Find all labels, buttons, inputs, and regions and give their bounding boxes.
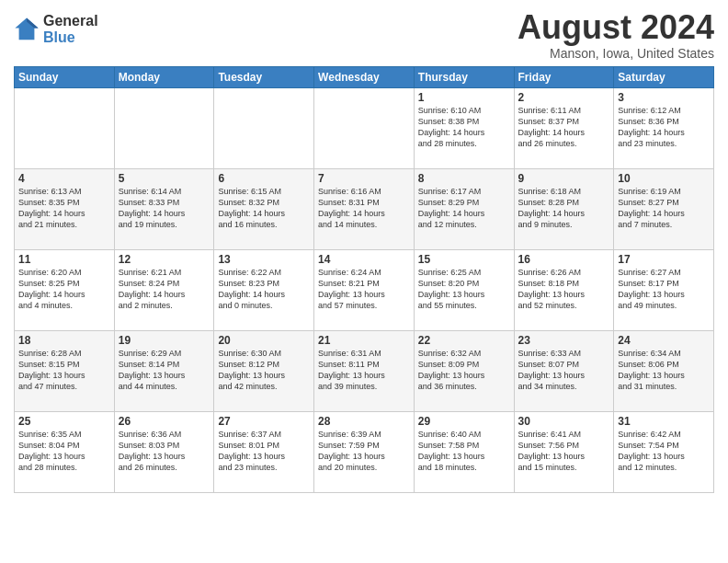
week-row-2: 11Sunrise: 6:20 AM Sunset: 8:25 PM Dayli… <box>15 249 714 330</box>
day-info: Sunrise: 6:27 AM Sunset: 8:17 PM Dayligh… <box>618 267 710 312</box>
day-info: Sunrise: 6:18 AM Sunset: 8:28 PM Dayligh… <box>518 186 610 231</box>
day-number: 24 <box>618 334 710 347</box>
day-cell <box>114 87 214 168</box>
day-info: Sunrise: 6:20 AM Sunset: 8:25 PM Dayligh… <box>18 267 110 312</box>
day-number: 31 <box>618 415 710 428</box>
day-cell: 14Sunrise: 6:24 AM Sunset: 8:21 PM Dayli… <box>314 249 415 330</box>
day-number: 20 <box>218 334 310 347</box>
location: Manson, Iowa, United States <box>518 46 714 61</box>
day-cell: 4Sunrise: 6:13 AM Sunset: 8:35 PM Daylig… <box>15 168 115 249</box>
day-header-sunday: Sunday <box>15 66 115 87</box>
day-info: Sunrise: 6:35 AM Sunset: 8:04 PM Dayligh… <box>18 429 110 474</box>
day-cell: 17Sunrise: 6:27 AM Sunset: 8:17 PM Dayli… <box>614 249 714 330</box>
day-number: 12 <box>119 253 210 266</box>
day-info: Sunrise: 6:39 AM Sunset: 7:59 PM Dayligh… <box>318 429 410 474</box>
day-cell: 1Sunrise: 6:10 AM Sunset: 8:38 PM Daylig… <box>414 87 514 168</box>
day-info: Sunrise: 6:19 AM Sunset: 8:27 PM Dayligh… <box>618 186 710 231</box>
day-info: Sunrise: 6:28 AM Sunset: 8:15 PM Dayligh… <box>18 348 110 393</box>
day-info: Sunrise: 6:32 AM Sunset: 8:09 PM Dayligh… <box>418 348 510 393</box>
day-info: Sunrise: 6:34 AM Sunset: 8:06 PM Dayligh… <box>618 348 710 393</box>
day-info: Sunrise: 6:33 AM Sunset: 8:07 PM Dayligh… <box>518 348 610 393</box>
day-header-saturday: Saturday <box>614 66 714 87</box>
day-number: 2 <box>518 91 610 104</box>
day-cell: 19Sunrise: 6:29 AM Sunset: 8:14 PM Dayli… <box>114 330 214 411</box>
day-number: 5 <box>119 172 210 185</box>
day-cell: 10Sunrise: 6:19 AM Sunset: 8:27 PM Dayli… <box>614 168 714 249</box>
day-cell: 9Sunrise: 6:18 AM Sunset: 8:28 PM Daylig… <box>514 168 614 249</box>
day-number: 3 <box>618 91 710 104</box>
day-cell: 11Sunrise: 6:20 AM Sunset: 8:25 PM Dayli… <box>15 249 115 330</box>
header: General Blue August 2024 Manson, Iowa, U… <box>14 9 714 61</box>
day-info: Sunrise: 6:29 AM Sunset: 8:14 PM Dayligh… <box>119 348 210 393</box>
day-info: Sunrise: 6:12 AM Sunset: 8:36 PM Dayligh… <box>618 105 710 150</box>
day-info: Sunrise: 6:30 AM Sunset: 8:12 PM Dayligh… <box>218 348 310 393</box>
day-cell: 30Sunrise: 6:41 AM Sunset: 7:56 PM Dayli… <box>514 411 614 492</box>
day-info: Sunrise: 6:41 AM Sunset: 7:56 PM Dayligh… <box>518 429 610 474</box>
week-row-3: 18Sunrise: 6:28 AM Sunset: 8:15 PM Dayli… <box>15 330 714 411</box>
day-info: Sunrise: 6:21 AM Sunset: 8:24 PM Dayligh… <box>119 267 210 312</box>
day-cell: 18Sunrise: 6:28 AM Sunset: 8:15 PM Dayli… <box>15 330 115 411</box>
day-cell: 31Sunrise: 6:42 AM Sunset: 7:54 PM Dayli… <box>614 411 714 492</box>
day-info: Sunrise: 6:10 AM Sunset: 8:38 PM Dayligh… <box>418 105 510 150</box>
logo-general: General <box>43 13 98 29</box>
title-block: August 2024 Manson, Iowa, United States <box>518 9 714 61</box>
calendar-body: 1Sunrise: 6:10 AM Sunset: 8:38 PM Daylig… <box>15 87 714 492</box>
day-cell: 15Sunrise: 6:25 AM Sunset: 8:20 PM Dayli… <box>414 249 514 330</box>
day-number: 11 <box>18 253 110 266</box>
logo: General Blue <box>14 13 98 45</box>
day-cell: 2Sunrise: 6:11 AM Sunset: 8:37 PM Daylig… <box>514 87 614 168</box>
day-cell: 7Sunrise: 6:16 AM Sunset: 8:31 PM Daylig… <box>314 168 415 249</box>
day-number: 25 <box>18 415 110 428</box>
week-row-4: 25Sunrise: 6:35 AM Sunset: 8:04 PM Dayli… <box>15 411 714 492</box>
day-number: 28 <box>318 415 410 428</box>
day-number: 15 <box>418 253 510 266</box>
day-info: Sunrise: 6:24 AM Sunset: 8:21 PM Dayligh… <box>318 267 410 312</box>
day-number: 10 <box>618 172 710 185</box>
day-cell: 26Sunrise: 6:36 AM Sunset: 8:03 PM Dayli… <box>114 411 214 492</box>
day-number: 17 <box>618 253 710 266</box>
day-cell: 3Sunrise: 6:12 AM Sunset: 8:36 PM Daylig… <box>614 87 714 168</box>
day-cell: 27Sunrise: 6:37 AM Sunset: 8:01 PM Dayli… <box>214 411 314 492</box>
day-number: 14 <box>318 253 410 266</box>
calendar: SundayMondayTuesdayWednesdayThursdayFrid… <box>14 66 714 493</box>
day-number: 27 <box>218 415 310 428</box>
day-number: 13 <box>218 253 310 266</box>
logo-blue: Blue <box>43 29 98 46</box>
day-number: 9 <box>518 172 610 185</box>
day-number: 4 <box>18 172 110 185</box>
day-info: Sunrise: 6:14 AM Sunset: 8:33 PM Dayligh… <box>119 186 210 231</box>
day-number: 8 <box>418 172 510 185</box>
day-number: 18 <box>18 334 110 347</box>
day-info: Sunrise: 6:37 AM Sunset: 8:01 PM Dayligh… <box>218 429 310 474</box>
day-cell <box>15 87 115 168</box>
day-info: Sunrise: 6:22 AM Sunset: 8:23 PM Dayligh… <box>218 267 310 312</box>
day-cell: 28Sunrise: 6:39 AM Sunset: 7:59 PM Dayli… <box>314 411 415 492</box>
day-cell <box>214 87 314 168</box>
day-cell: 21Sunrise: 6:31 AM Sunset: 8:11 PM Dayli… <box>314 330 415 411</box>
day-info: Sunrise: 6:40 AM Sunset: 7:58 PM Dayligh… <box>418 429 510 474</box>
day-cell: 12Sunrise: 6:21 AM Sunset: 8:24 PM Dayli… <box>114 249 214 330</box>
week-row-1: 4Sunrise: 6:13 AM Sunset: 8:35 PM Daylig… <box>15 168 714 249</box>
day-number: 26 <box>119 415 210 428</box>
header-row: SundayMondayTuesdayWednesdayThursdayFrid… <box>15 66 714 87</box>
day-cell: 24Sunrise: 6:34 AM Sunset: 8:06 PM Dayli… <box>614 330 714 411</box>
day-cell: 5Sunrise: 6:14 AM Sunset: 8:33 PM Daylig… <box>114 168 214 249</box>
day-info: Sunrise: 6:31 AM Sunset: 8:11 PM Dayligh… <box>318 348 410 393</box>
day-number: 23 <box>518 334 610 347</box>
day-info: Sunrise: 6:11 AM Sunset: 8:37 PM Dayligh… <box>518 105 610 150</box>
page: General Blue August 2024 Manson, Iowa, U… <box>0 0 728 563</box>
day-info: Sunrise: 6:36 AM Sunset: 8:03 PM Dayligh… <box>119 429 210 474</box>
week-row-0: 1Sunrise: 6:10 AM Sunset: 8:38 PM Daylig… <box>15 87 714 168</box>
day-info: Sunrise: 6:25 AM Sunset: 8:20 PM Dayligh… <box>418 267 510 312</box>
day-info: Sunrise: 6:17 AM Sunset: 8:29 PM Dayligh… <box>418 186 510 231</box>
day-info: Sunrise: 6:13 AM Sunset: 8:35 PM Dayligh… <box>18 186 110 231</box>
calendar-header: SundayMondayTuesdayWednesdayThursdayFrid… <box>15 66 714 87</box>
day-number: 6 <box>218 172 310 185</box>
day-cell: 20Sunrise: 6:30 AM Sunset: 8:12 PM Dayli… <box>214 330 314 411</box>
day-cell: 29Sunrise: 6:40 AM Sunset: 7:58 PM Dayli… <box>414 411 514 492</box>
logo-icon <box>14 17 40 42</box>
day-info: Sunrise: 6:26 AM Sunset: 8:18 PM Dayligh… <box>518 267 610 312</box>
day-cell: 8Sunrise: 6:17 AM Sunset: 8:29 PM Daylig… <box>414 168 514 249</box>
day-number: 16 <box>518 253 610 266</box>
day-info: Sunrise: 6:42 AM Sunset: 7:54 PM Dayligh… <box>618 429 710 474</box>
